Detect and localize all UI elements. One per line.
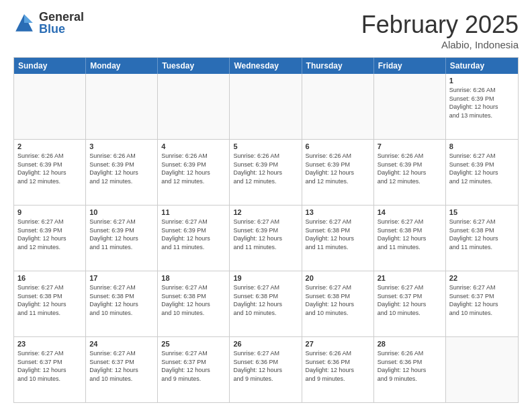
logo-text: General Blue — [39, 11, 84, 35]
calendar-row: 23Sunrise: 6:27 AM Sunset: 6:37 PM Dayli… — [14, 336, 518, 402]
calendar-cell — [302, 74, 374, 139]
cell-info: Sunrise: 6:27 AM Sunset: 6:39 PM Dayligh… — [17, 218, 82, 251]
calendar-cell — [374, 74, 446, 139]
calendar-header-cell: Saturday — [446, 58, 518, 74]
cell-info: Sunrise: 6:27 AM Sunset: 6:38 PM Dayligh… — [378, 218, 442, 251]
cell-info: Sunrise: 6:26 AM Sunset: 6:39 PM Dayligh… — [89, 152, 154, 185]
calendar-cell: 26Sunrise: 6:27 AM Sunset: 6:36 PM Dayli… — [230, 337, 302, 402]
calendar-cell: 24Sunrise: 6:27 AM Sunset: 6:37 PM Dayli… — [86, 337, 158, 402]
cell-info: Sunrise: 6:27 AM Sunset: 6:37 PM Dayligh… — [378, 283, 442, 317]
logo-icon — [13, 12, 35, 34]
calendar-header-cell: Thursday — [302, 58, 374, 74]
day-number: 11 — [161, 208, 226, 216]
calendar-cell: 7Sunrise: 6:26 AM Sunset: 6:39 PM Daylig… — [374, 140, 446, 205]
day-number: 23 — [17, 340, 82, 348]
day-number: 20 — [306, 274, 370, 282]
calendar-cell: 6Sunrise: 6:26 AM Sunset: 6:39 PM Daylig… — [302, 140, 374, 205]
day-number: 26 — [233, 340, 298, 348]
cell-info: Sunrise: 6:27 AM Sunset: 6:38 PM Dayligh… — [233, 283, 298, 317]
calendar-row: 16Sunrise: 6:27 AM Sunset: 6:38 PM Dayli… — [14, 271, 518, 336]
cell-info: Sunrise: 6:26 AM Sunset: 6:36 PM Dayligh… — [306, 349, 370, 383]
logo: General Blue — [13, 11, 84, 35]
calendar-cell: 21Sunrise: 6:27 AM Sunset: 6:37 PM Dayli… — [374, 271, 446, 336]
calendar-cell: 18Sunrise: 6:27 AM Sunset: 6:38 PM Dayli… — [158, 271, 230, 336]
cell-info: Sunrise: 6:27 AM Sunset: 6:38 PM Dayligh… — [17, 283, 82, 317]
day-number: 25 — [161, 340, 226, 348]
svg-marker-1 — [24, 14, 33, 23]
calendar-header-cell: Monday — [86, 58, 158, 74]
calendar-cell: 27Sunrise: 6:26 AM Sunset: 6:36 PM Dayli… — [302, 337, 374, 402]
calendar-cell: 13Sunrise: 6:27 AM Sunset: 6:38 PM Dayli… — [302, 205, 374, 271]
cell-info: Sunrise: 6:26 AM Sunset: 6:39 PM Dayligh… — [233, 152, 298, 185]
calendar-cell: 17Sunrise: 6:27 AM Sunset: 6:38 PM Dayli… — [86, 271, 158, 336]
logo-general-text: General — [39, 11, 84, 23]
calendar-cell: 25Sunrise: 6:27 AM Sunset: 6:37 PM Dayli… — [158, 337, 230, 402]
day-number: 10 — [89, 208, 154, 216]
cell-info: Sunrise: 6:26 AM Sunset: 6:39 PM Dayligh… — [449, 86, 515, 120]
calendar-cell: 28Sunrise: 6:26 AM Sunset: 6:36 PM Dayli… — [374, 337, 446, 402]
calendar-cell: 10Sunrise: 6:27 AM Sunset: 6:39 PM Dayli… — [86, 205, 158, 271]
day-number: 21 — [378, 274, 442, 282]
cell-info: Sunrise: 6:27 AM Sunset: 6:37 PM Dayligh… — [89, 349, 154, 383]
day-number: 19 — [233, 274, 298, 282]
calendar-cell: 11Sunrise: 6:27 AM Sunset: 6:39 PM Dayli… — [158, 205, 230, 271]
day-number: 16 — [17, 274, 82, 282]
page: General Blue February 2025 Alabio, Indon… — [0, 0, 532, 411]
calendar-cell: 3Sunrise: 6:26 AM Sunset: 6:39 PM Daylig… — [86, 140, 158, 205]
day-number: 15 — [449, 208, 515, 216]
calendar-cell: 1Sunrise: 6:26 AM Sunset: 6:39 PM Daylig… — [446, 74, 518, 139]
day-number: 22 — [449, 274, 515, 282]
day-number: 28 — [378, 340, 442, 348]
calendar-cell: 19Sunrise: 6:27 AM Sunset: 6:38 PM Dayli… — [230, 271, 302, 336]
calendar-header-cell: Tuesday — [158, 58, 230, 74]
calendar-cell: 23Sunrise: 6:27 AM Sunset: 6:37 PM Dayli… — [14, 337, 86, 402]
calendar-row: 1Sunrise: 6:26 AM Sunset: 6:39 PM Daylig… — [14, 74, 518, 139]
calendar-body: 1Sunrise: 6:26 AM Sunset: 6:39 PM Daylig… — [14, 74, 518, 402]
calendar-cell: 14Sunrise: 6:27 AM Sunset: 6:38 PM Dayli… — [374, 205, 446, 271]
calendar-subtitle: Alabio, Indonesia — [361, 39, 519, 50]
cell-info: Sunrise: 6:27 AM Sunset: 6:39 PM Dayligh… — [89, 218, 154, 251]
cell-info: Sunrise: 6:26 AM Sunset: 6:39 PM Dayligh… — [17, 152, 82, 185]
day-number: 14 — [378, 208, 442, 216]
cell-info: Sunrise: 6:27 AM Sunset: 6:39 PM Dayligh… — [161, 218, 226, 251]
title-block: February 2025 Alabio, Indonesia — [361, 11, 519, 50]
calendar-row: 2Sunrise: 6:26 AM Sunset: 6:39 PM Daylig… — [14, 139, 518, 205]
day-number: 12 — [233, 208, 298, 216]
cell-info: Sunrise: 6:27 AM Sunset: 6:38 PM Dayligh… — [89, 283, 154, 317]
calendar-cell: 12Sunrise: 6:27 AM Sunset: 6:39 PM Dayli… — [230, 205, 302, 271]
day-number: 2 — [17, 142, 82, 150]
cell-info: Sunrise: 6:27 AM Sunset: 6:39 PM Dayligh… — [449, 152, 515, 185]
calendar-cell: 9Sunrise: 6:27 AM Sunset: 6:39 PM Daylig… — [14, 205, 86, 271]
cell-info: Sunrise: 6:26 AM Sunset: 6:39 PM Dayligh… — [306, 152, 370, 185]
calendar-cell: 2Sunrise: 6:26 AM Sunset: 6:39 PM Daylig… — [14, 140, 86, 205]
day-number: 13 — [306, 208, 370, 216]
calendar: SundayMondayTuesdayWednesdayThursdayFrid… — [13, 57, 519, 403]
day-number: 27 — [306, 340, 370, 348]
calendar-cell — [14, 74, 86, 139]
day-number: 6 — [306, 142, 370, 150]
calendar-cell — [86, 74, 158, 139]
calendar-cell: 8Sunrise: 6:27 AM Sunset: 6:39 PM Daylig… — [446, 140, 518, 205]
calendar-header: SundayMondayTuesdayWednesdayThursdayFrid… — [14, 58, 518, 74]
cell-info: Sunrise: 6:27 AM Sunset: 6:38 PM Dayligh… — [449, 218, 515, 251]
cell-info: Sunrise: 6:26 AM Sunset: 6:39 PM Dayligh… — [161, 152, 226, 185]
calendar-cell: 16Sunrise: 6:27 AM Sunset: 6:38 PM Dayli… — [14, 271, 86, 336]
calendar-cell: 20Sunrise: 6:27 AM Sunset: 6:38 PM Dayli… — [302, 271, 374, 336]
day-number: 4 — [161, 142, 226, 150]
cell-info: Sunrise: 6:27 AM Sunset: 6:37 PM Dayligh… — [161, 349, 226, 383]
cell-info: Sunrise: 6:27 AM Sunset: 6:38 PM Dayligh… — [306, 218, 370, 251]
day-number: 9 — [17, 208, 82, 216]
day-number: 7 — [378, 142, 442, 150]
calendar-cell — [446, 337, 518, 402]
logo-blue-text: Blue — [39, 23, 84, 35]
header: General Blue February 2025 Alabio, Indon… — [13, 11, 519, 50]
day-number: 18 — [161, 274, 226, 282]
cell-info: Sunrise: 6:26 AM Sunset: 6:36 PM Dayligh… — [378, 349, 442, 383]
cell-info: Sunrise: 6:27 AM Sunset: 6:37 PM Dayligh… — [17, 349, 82, 383]
calendar-title: February 2025 — [361, 11, 519, 39]
day-number: 1 — [449, 77, 515, 85]
day-number: 17 — [89, 274, 154, 282]
calendar-header-cell: Sunday — [14, 58, 86, 74]
cell-info: Sunrise: 6:27 AM Sunset: 6:37 PM Dayligh… — [449, 283, 515, 317]
calendar-cell: 5Sunrise: 6:26 AM Sunset: 6:39 PM Daylig… — [230, 140, 302, 205]
